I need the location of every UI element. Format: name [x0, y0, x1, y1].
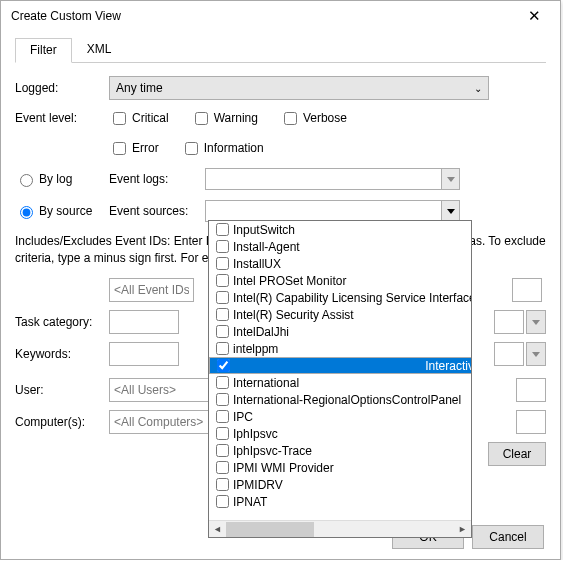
scrollbar-thumb[interactable]: [226, 522, 314, 537]
dropdown-item[interactable]: Intel(R) Capability Licensing Service In…: [209, 289, 471, 306]
close-button[interactable]: ✕: [514, 7, 554, 25]
id-end-input[interactable]: [512, 278, 542, 302]
scroll-left-icon[interactable]: ◄: [209, 521, 226, 538]
dropdown-item[interactable]: Install-Agent: [209, 238, 471, 255]
tab-xml[interactable]: XML: [72, 37, 127, 62]
label-task-category: Task category:: [15, 315, 109, 329]
keywords-dropdown-button[interactable]: [526, 342, 546, 366]
dropdown-item-checkbox[interactable]: [216, 495, 229, 508]
logged-dropdown[interactable]: Any time ⌄: [109, 76, 489, 100]
label-event-level: Event level:: [15, 111, 109, 125]
dropdown-item-checkbox[interactable]: [216, 444, 229, 457]
dropdown-item[interactable]: IPMI WMI Provider: [209, 459, 471, 476]
dropdown-item[interactable]: Interactive Services detection: [209, 357, 471, 374]
dropdown-item[interactable]: International-RegionalOptionsControlPane…: [209, 391, 471, 408]
cancel-button[interactable]: Cancel: [472, 525, 544, 549]
dropdown-item-label: IntelDalJhi: [233, 325, 289, 339]
keywords-input[interactable]: [109, 342, 179, 366]
dropdown-item[interactable]: IphIpsvc-Trace: [209, 442, 471, 459]
dropdown-item-label: InputSwitch: [233, 223, 295, 237]
dropdown-item-label: Intel(R) Capability Licensing Service In…: [233, 291, 471, 305]
window-title: Create Custom View: [11, 9, 514, 23]
dropdown-item[interactable]: IPMIDRV: [209, 476, 471, 493]
dialog-window: Create Custom View ✕ Filter XML Logged: …: [0, 0, 561, 560]
label-event-logs: Event logs:: [109, 172, 205, 186]
label-keywords: Keywords:: [15, 347, 109, 361]
task-category-dropdown-button[interactable]: [526, 310, 546, 334]
dropdown-item-checkbox[interactable]: [216, 240, 229, 253]
dropdown-item-checkbox[interactable]: [216, 257, 229, 270]
title-bar: Create Custom View ✕: [1, 1, 560, 31]
dropdown-item[interactable]: IPC: [209, 408, 471, 425]
chevron-down-icon: [441, 201, 459, 221]
dropdown-item[interactable]: Intel(R) Security Assist: [209, 306, 471, 323]
tabs: Filter XML: [15, 37, 546, 63]
dropdown-item[interactable]: IntelDalJhi: [209, 323, 471, 340]
dropdown-item[interactable]: International: [209, 374, 471, 391]
keywords-box2[interactable]: [494, 342, 524, 366]
checkbox-verbose[interactable]: Verbose: [280, 109, 347, 128]
dropdown-item-label: IphIpsvc: [233, 427, 278, 441]
dropdown-item-label: Intel(R) Security Assist: [233, 308, 354, 322]
clear-button[interactable]: Clear: [488, 442, 546, 466]
dropdown-item-label: intelppm: [233, 342, 278, 356]
dropdown-item-checkbox[interactable]: [217, 359, 230, 372]
dropdown-item-checkbox[interactable]: [216, 393, 229, 406]
dropdown-item-label: International-RegionalOptionsControlPane…: [233, 393, 461, 407]
dropdown-item-label: IPMI WMI Provider: [233, 461, 334, 475]
logged-value: Any time: [116, 81, 163, 95]
dropdown-item-label: International: [233, 376, 299, 390]
chevron-down-icon: [441, 169, 459, 189]
checkbox-critical[interactable]: Critical: [109, 109, 169, 128]
checkbox-warning[interactable]: Warning: [191, 109, 258, 128]
dropdown-item-checkbox[interactable]: [216, 376, 229, 389]
checkbox-error[interactable]: Error: [109, 139, 159, 158]
tab-filter[interactable]: Filter: [15, 38, 72, 63]
dropdown-item[interactable]: InputSwitch: [209, 221, 471, 238]
dropdown-item[interactable]: intelppm: [209, 340, 471, 357]
user-box2[interactable]: [516, 378, 546, 402]
event-logs-dropdown[interactable]: [205, 168, 460, 190]
checkbox-information[interactable]: Information: [181, 139, 264, 158]
dropdown-item-checkbox[interactable]: [216, 291, 229, 304]
dropdown-item-checkbox[interactable]: [216, 223, 229, 236]
dropdown-item-checkbox[interactable]: [216, 478, 229, 491]
dropdown-item-checkbox[interactable]: [216, 410, 229, 423]
dropdown-item-checkbox[interactable]: [216, 342, 229, 355]
dropdown-item-label: Interactive Services detection: [425, 359, 471, 373]
event-ids-input[interactable]: [109, 278, 194, 302]
dropdown-item-label: IphIpsvc-Trace: [233, 444, 312, 458]
label-user: User:: [15, 383, 109, 397]
task-category-box2[interactable]: [494, 310, 524, 334]
event-sources-dropdown-list: InputSwitchInstall-AgentInstallUXIntel P…: [208, 220, 472, 538]
label-computers: Computer(s):: [15, 415, 109, 429]
label-logged: Logged:: [15, 81, 109, 95]
dropdown-item-checkbox[interactable]: [216, 325, 229, 338]
event-sources-dropdown[interactable]: [205, 200, 460, 222]
dropdown-item-checkbox[interactable]: [216, 274, 229, 287]
dropdown-item-checkbox[interactable]: [216, 308, 229, 321]
radio-by-log[interactable]: By log: [15, 171, 109, 187]
dropdown-item[interactable]: IPNAT: [209, 493, 471, 510]
dropdown-item[interactable]: IphIpsvc: [209, 425, 471, 442]
dropdown-item-label: IPMIDRV: [233, 478, 283, 492]
dropdown-item[interactable]: InstallUX: [209, 255, 471, 272]
dropdown-item[interactable]: Intel PROSet Monitor: [209, 272, 471, 289]
dropdown-item-label: Intel PROSet Monitor: [233, 274, 346, 288]
chevron-down-icon: ⌄: [474, 83, 482, 94]
dropdown-item-checkbox[interactable]: [216, 427, 229, 440]
dropdown-item-label: IPNAT: [233, 495, 267, 509]
dropdown-item-checkbox[interactable]: [216, 461, 229, 474]
task-category-input[interactable]: [109, 310, 179, 334]
dropdown-item-label: Install-Agent: [233, 240, 300, 254]
horizontal-scrollbar[interactable]: ◄ ►: [209, 520, 471, 537]
dropdown-item-label: IPC: [233, 410, 253, 424]
label-event-sources: Event sources:: [109, 204, 205, 218]
scroll-right-icon[interactable]: ►: [454, 521, 471, 538]
radio-by-source[interactable]: By source: [15, 203, 109, 219]
dropdown-item-label: InstallUX: [233, 257, 281, 271]
computers-box2[interactable]: [516, 410, 546, 434]
